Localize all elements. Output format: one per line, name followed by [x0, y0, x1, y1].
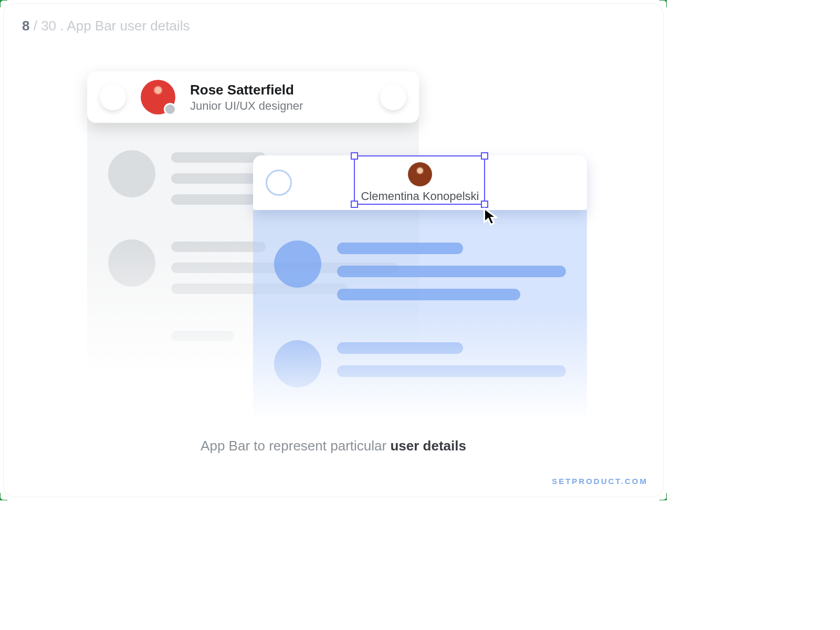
skeleton-line — [337, 289, 520, 300]
user-identity: Rose Satterfield Junior UI/UX designer — [190, 82, 365, 113]
action-button[interactable] — [380, 84, 406, 110]
page-current: 8 — [22, 18, 29, 34]
user-name: Rose Satterfield — [190, 82, 365, 98]
skeleton-row — [274, 240, 566, 300]
page-total: 30 — [41, 18, 56, 34]
slide-frame: 8 / 30 . App Bar user details — [3, 3, 664, 497]
skeleton-lines — [337, 240, 566, 300]
page-dot: . — [60, 18, 67, 34]
user-name: Clementina Konopelski — [361, 190, 479, 203]
slide-caption: App Bar to represent particular user det… — [3, 438, 664, 454]
fade-overlay — [253, 310, 587, 420]
skeleton-line — [337, 243, 463, 254]
corner-accent — [659, 493, 667, 500]
page-sep: / — [34, 18, 41, 34]
user-identity-centered[interactable]: Clementina Konopelski — [292, 162, 548, 203]
skeleton-line — [171, 152, 266, 163]
back-button[interactable] — [100, 84, 126, 110]
watermark: SETPRODUCT.COM — [552, 477, 648, 486]
app-bar-user-centered: Clementina Konopelski — [253, 155, 587, 210]
skeleton-avatar — [274, 240, 321, 288]
avatar[interactable] — [141, 80, 175, 114]
back-button[interactable] — [266, 170, 292, 196]
corner-accent — [0, 0, 7, 7]
page-title: App Bar user details — [67, 18, 190, 34]
cursor-icon — [483, 208, 499, 228]
app-bar-user-horizontal: Rose Satterfield Junior UI/UX designer — [87, 71, 419, 123]
corner-accent — [0, 493, 7, 500]
slide-header: 8 / 30 . App Bar user details — [22, 18, 190, 34]
skeleton-avatar — [108, 150, 155, 197]
skeleton-line — [337, 266, 566, 277]
avatar — [408, 162, 432, 186]
corner-accent — [659, 0, 667, 7]
caption-prefix: App Bar to represent particular — [201, 438, 390, 454]
user-role: Junior UI/UX designer — [190, 99, 365, 113]
caption-bold: user details — [390, 438, 466, 454]
skeleton-card-blue — [253, 205, 587, 420]
